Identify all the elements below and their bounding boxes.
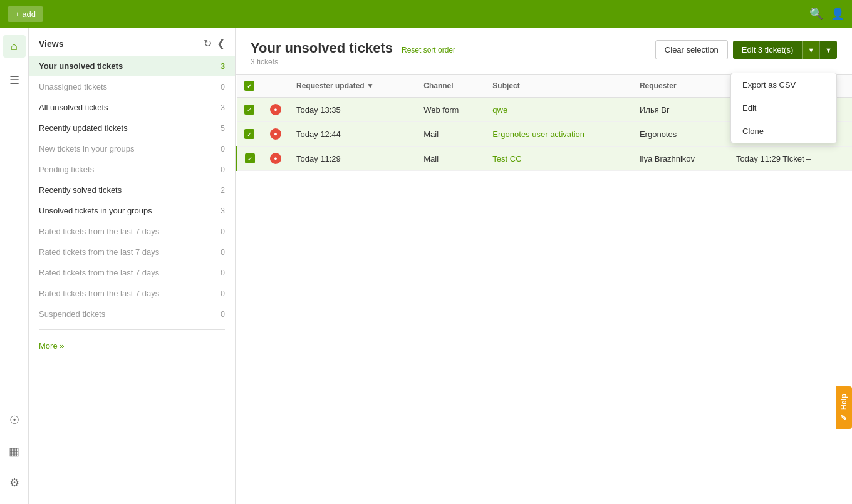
sidebar-item-count-recently-solved: 2 [221, 186, 225, 195]
nav-help-icon[interactable]: ☉ [3, 409, 26, 431]
nav-reports-icon[interactable]: ▦ [3, 440, 26, 463]
content-header: Your unsolved tickets Reset sort order 3… [236, 28, 852, 75]
row-subject[interactable]: qwe [485, 98, 632, 122]
left-nav: ⌂ ☰ ☉ ▦ ⚙ [0, 28, 29, 504]
header-status [262, 75, 289, 98]
sidebar-item-unassigned[interactable]: Unassigned tickets0 [29, 76, 235, 97]
sidebar-item-label-new-in-groups: New tickets in your groups [39, 144, 134, 153]
nav-settings-icon[interactable]: ⚙ [3, 471, 26, 494]
row-requester-updated: Today 12:44 [289, 122, 416, 147]
sidebar-item-pending[interactable]: Pending tickets0 [29, 159, 235, 180]
edit-button-group: Edit 3 ticket(s) ▼ ▼ [733, 41, 837, 59]
content-title-area: Your unsolved tickets Reset sort order 3… [251, 40, 455, 66]
sidebar-item-unsolved-groups[interactable]: Unsolved tickets in your groups3 [29, 200, 235, 221]
topbar: + add 🔍 👤 [0, 0, 852, 28]
left-nav-bottom: ☉ ▦ ⚙ [3, 409, 26, 504]
sidebar-item-label-recently-updated: Recently updated tickets [39, 123, 128, 133]
collapse-icon[interactable]: ❮ [217, 38, 225, 49]
row-status: ● [262, 147, 289, 171]
checkbox-checked[interactable]: ✓ [244, 129, 254, 139]
row-status: ● [262, 122, 289, 147]
ticket-count: 3 tickets [251, 58, 455, 66]
row-subject[interactable]: Ergonotes user activation [485, 122, 632, 147]
sidebar-item-count-rated-3: 0 [221, 269, 225, 277]
user-avatar-icon[interactable]: 👤 [831, 7, 844, 21]
row-requester: Ergonotes [632, 122, 729, 147]
sidebar-item-count-new-in-groups: 0 [221, 145, 225, 153]
row-channel: Mail [416, 122, 485, 147]
table-row[interactable]: ✓●Today 11:29MailTest CCIlya BrazhnikovT… [237, 147, 853, 171]
sidebar-header: Views ↻ ❮ [29, 28, 235, 56]
search-icon[interactable]: 🔍 [809, 7, 823, 21]
dropdown-item-export-csv[interactable]: Export as CSV [731, 73, 836, 96]
edit-more-options-button[interactable]: ▼ [819, 41, 837, 59]
edit-dropdown-arrow-button[interactable]: ▼ [802, 41, 819, 59]
sidebar-item-label-all-unsolved: All unsolved tickets [39, 103, 108, 112]
sidebar-header-icons: ↻ ❮ [204, 38, 225, 49]
header-subject[interactable]: Subject [485, 75, 632, 98]
dropdown-item-clone[interactable]: Clone [731, 120, 836, 143]
nav-tickets-icon[interactable]: ☰ [3, 69, 26, 91]
help-label: Help [839, 394, 848, 410]
row-requester-updated: Today 13:35 [289, 98, 416, 122]
header-channel[interactable]: Channel [416, 75, 485, 98]
sidebar-item-label-unassigned: Unassigned tickets [39, 82, 107, 91]
row-subject[interactable]: Test CC [485, 147, 632, 171]
sidebar-item-new-in-groups[interactable]: New tickets in your groups0 [29, 138, 235, 159]
sidebar-divider [39, 329, 225, 330]
checkbox-checked[interactable]: ✓ [245, 153, 255, 163]
header-checkbox[interactable]: ✓ [237, 75, 263, 98]
main-layout: ⌂ ☰ ☉ ▦ ⚙ Views ↻ ❮ Your unsolved ticket… [0, 28, 852, 504]
sidebar-item-label-suspended: Suspended tickets [39, 309, 105, 319]
row-checkbox[interactable]: ✓ [237, 147, 263, 171]
sidebar-more[interactable]: More » [29, 335, 235, 357]
sidebar-item-count-rated-2: 0 [221, 248, 225, 257]
reset-sort-link[interactable]: Reset sort order [402, 46, 455, 54]
row-checkbox[interactable]: ✓ [237, 122, 263, 147]
add-button[interactable]: + add [8, 6, 43, 22]
sidebar-item-all-unsolved[interactable]: All unsolved tickets3 [29, 97, 235, 118]
sidebar-item-count-all-unsolved: 3 [221, 103, 225, 112]
sidebar-items-container: Your unsolved tickets3Unassigned tickets… [29, 56, 235, 324]
sidebar-item-recently-updated[interactable]: Recently updated tickets5 [29, 118, 235, 138]
row-checkbox[interactable]: ✓ [237, 98, 263, 122]
checkbox-checked[interactable]: ✓ [244, 105, 254, 115]
sidebar-item-count-unassigned: 0 [221, 83, 225, 91]
sidebar-item-recently-solved[interactable]: Recently solved tickets2 [29, 180, 235, 200]
sidebar-item-label-rated-1: Rated tickets from the last 7 days [39, 227, 159, 236]
row-status: ● [262, 98, 289, 122]
row-requester-updated: Today 11:29 [289, 147, 416, 171]
clear-selection-button[interactable]: Clear selection [655, 40, 728, 59]
help-button[interactable]: ✎ Help [836, 386, 852, 429]
header-requester[interactable]: Requester [632, 75, 729, 98]
sidebar-item-rated-2[interactable]: Rated tickets from the last 7 days0 [29, 242, 235, 262]
content-title-row: Your unsolved tickets Reset sort order [251, 40, 455, 56]
sidebar-item-rated-3[interactable]: Rated tickets from the last 7 days0 [29, 262, 235, 283]
sidebar-item-count-unsolved-groups: 3 [221, 207, 225, 215]
sidebar-item-rated-4[interactable]: Rated tickets from the last 7 days0 [29, 283, 235, 304]
row-channel: Mail [416, 147, 485, 171]
row-requester: Илья Br [632, 98, 729, 122]
page-title: Your unsolved tickets [251, 40, 393, 56]
content-area: Your unsolved tickets Reset sort order 3… [236, 28, 852, 504]
sidebar-item-label-pending: Pending tickets [39, 165, 94, 174]
row-requested: Today 11:29 Ticket – [729, 147, 852, 171]
edit-tickets-button[interactable]: Edit 3 ticket(s) [733, 41, 802, 59]
sidebar-item-count-recently-updated: 5 [221, 124, 225, 133]
sidebar-item-count-rated-4: 0 [221, 289, 225, 298]
sidebar-item-label-recently-solved: Recently solved tickets [39, 185, 122, 195]
sidebar-item-your-unsolved[interactable]: Your unsolved tickets3 [29, 56, 235, 76]
sidebar-item-suspended[interactable]: Suspended tickets0 [29, 304, 235, 324]
dropdown-item-edit[interactable]: Edit [731, 96, 836, 120]
help-icon: ✎ [839, 413, 848, 421]
content-actions: Clear selection Edit 3 ticket(s) ▼ ▼ [655, 40, 837, 59]
header-requester-updated[interactable]: Requester updated ▼ [289, 75, 416, 98]
nav-home-icon[interactable]: ⌂ [3, 35, 26, 58]
status-open-icon: ● [270, 153, 281, 164]
refresh-icon[interactable]: ↻ [204, 38, 212, 49]
sidebar-item-rated-1[interactable]: Rated tickets from the last 7 days0 [29, 221, 235, 242]
sidebar-item-count-your-unsolved: 3 [221, 62, 225, 71]
sidebar-item-label-rated-3: Rated tickets from the last 7 days [39, 268, 159, 277]
sidebar-item-label-unsolved-groups: Unsolved tickets in your groups [39, 206, 152, 215]
select-all-checkbox[interactable]: ✓ [244, 81, 254, 91]
